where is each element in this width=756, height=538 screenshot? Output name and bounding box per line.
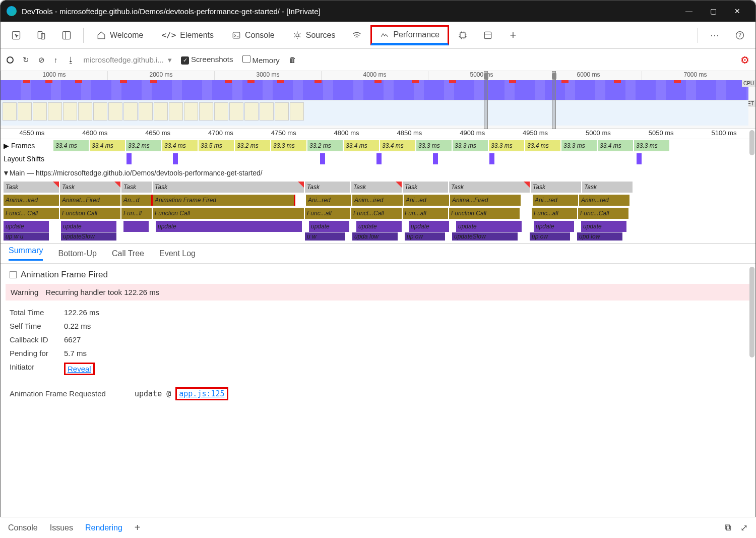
settings-icon[interactable]: ⚙ (740, 54, 749, 66)
pending-value: 5.7 ms (64, 349, 87, 357)
range-handle-right[interactable] (552, 71, 556, 129)
overview-long-tasks (1, 80, 748, 84)
memory-icon[interactable] (451, 25, 474, 45)
warning-row: WarningRecurring handler took 122.26 ms (6, 284, 750, 301)
record-button[interactable] (7, 56, 14, 64)
device-toggle-icon[interactable] (30, 25, 53, 45)
upload-button[interactable]: ↑ (54, 55, 58, 64)
overview-screenshots (1, 100, 748, 126)
flame-ticks: 4550 ms4600 ms4650 ms4700 ms4750 ms4800 … (1, 129, 755, 139)
window-title: DevTools - microsoftedge.github.io/Demos… (22, 7, 677, 16)
application-icon[interactable] (476, 25, 499, 45)
screenshots-checkbox[interactable]: ✓Screenshots (181, 55, 233, 65)
overview-ticks: 1000 ms2000 ms3000 ms4000 ms5000 ms6000 … (1, 71, 748, 80)
task-row[interactable]: Task Task Task Task Task Task Task Task … (1, 181, 755, 194)
event-heading: Animation Frame Fired (10, 270, 746, 280)
details-tabs: Summary Bottom-Up Call Tree Event Log (1, 244, 755, 264)
dock-icon[interactable] (55, 25, 78, 45)
selected-event: Animation Frame Fired (153, 195, 294, 206)
drawer-tab-console[interactable]: Console (8, 523, 38, 532)
flame-scrollbar[interactable] (749, 130, 754, 155)
computed-styles-icon[interactable]: ⧉ (725, 522, 731, 533)
edge-devtools-icon (7, 6, 17, 16)
svg-text:?: ? (738, 32, 741, 38)
drawer-add-tab[interactable]: + (135, 522, 141, 533)
add-tab-icon[interactable]: + (501, 25, 525, 45)
summary-panel: Animation Frame Fired WarningRecurring h… (1, 264, 755, 450)
more-icon[interactable]: ⋯ (703, 25, 726, 45)
frames-track[interactable]: ▶ Frames 33.4 ms33.4 ms33.2 ms33.4 ms33.… (1, 139, 755, 152)
total-time-value: 122.26 ms (64, 308, 99, 317)
animation-frame-row[interactable]: Anima...ired Animat...Fired An...d Anima… (1, 194, 755, 207)
overview-timeline[interactable]: 1000 ms2000 ms3000 ms4000 ms5000 ms6000 … (1, 71, 755, 129)
svg-point-6 (296, 34, 299, 37)
updateslow-row[interactable]: up w u updateSlow u w upda low up ow upd… (1, 233, 755, 243)
panel-tabstrip: Welcome </>Elements Console Sources Perf… (1, 22, 755, 49)
cpu-label: CPU (742, 80, 755, 87)
drawer-tab-issues[interactable]: Issues (50, 523, 73, 532)
tab-elements[interactable]: </>Elements (153, 25, 222, 45)
drawer-toggle-icon[interactable]: ⤢ (740, 522, 748, 533)
tab-event-log[interactable]: Event Log (159, 249, 196, 258)
clear-button[interactable]: ⊘ (38, 55, 45, 65)
stack-frame: update @ app.js:125 (135, 389, 228, 398)
tab-bottom-up[interactable]: Bottom-Up (58, 249, 96, 258)
self-time-value: 0.22 ms (64, 322, 91, 330)
download-button[interactable]: ⭳ (67, 55, 75, 64)
help-icon[interactable]: ? (728, 25, 751, 45)
tab-welcome[interactable]: Welcome (89, 25, 151, 45)
reload-record-button[interactable]: ↻ (23, 55, 29, 65)
tab-console[interactable]: Console (224, 25, 283, 45)
drawer-tab-rendering[interactable]: Rendering (85, 523, 122, 532)
recording-selector[interactable]: microsoftedge.github.i... ▾ (84, 55, 172, 65)
close-button[interactable]: ✕ (725, 7, 749, 15)
tab-summary[interactable]: Summary (9, 246, 43, 261)
svg-rect-7 (460, 33, 465, 38)
svg-rect-3 (63, 31, 71, 39)
function-call-row[interactable]: Funct... Call Function Call Fun...ll Fun… (1, 207, 755, 220)
update-row[interactable]: update update update update update updat… (1, 220, 755, 233)
svg-rect-5 (233, 32, 240, 38)
memory-checkbox[interactable]: Memory (242, 55, 280, 65)
main-track-header[interactable]: ▼ Main — https://microsoftedge.github.io… (1, 165, 755, 181)
source-link[interactable]: app.js:125 (179, 389, 224, 398)
event-color-swatch (10, 271, 17, 278)
network-conditions-icon[interactable] (345, 25, 368, 45)
tab-call-tree[interactable]: Call Tree (112, 249, 144, 258)
performance-toolbar: ↻ ⊘ ↑ ⭳ microsoftedge.github.i... ▾ ✓Scr… (1, 49, 755, 71)
tab-performance[interactable]: Performance (370, 25, 449, 45)
details-scrollbar[interactable] (749, 267, 754, 357)
initiator-reveal-link[interactable]: Reveal (68, 365, 91, 373)
drawer-tabs: Console Issues Rendering + ⧉ ⤢ (0, 517, 756, 538)
delete-button[interactable]: 🗑 (289, 55, 296, 64)
tab-sources[interactable]: Sources (285, 25, 344, 45)
layout-shifts-track[interactable]: Layout Shifts (1, 152, 755, 165)
maximize-button[interactable]: ▢ (701, 7, 725, 15)
window-titlebar: DevTools - microsoftedge.github.io/Demos… (1, 1, 755, 22)
callback-id-value: 6627 (64, 335, 81, 344)
range-handle-left[interactable] (484, 71, 488, 129)
minimize-button[interactable]: — (677, 7, 701, 15)
inspect-icon[interactable] (5, 25, 28, 45)
flame-chart[interactable]: 4550 ms4600 ms4650 ms4700 ms4750 ms4800 … (1, 129, 755, 244)
svg-rect-8 (484, 32, 491, 38)
